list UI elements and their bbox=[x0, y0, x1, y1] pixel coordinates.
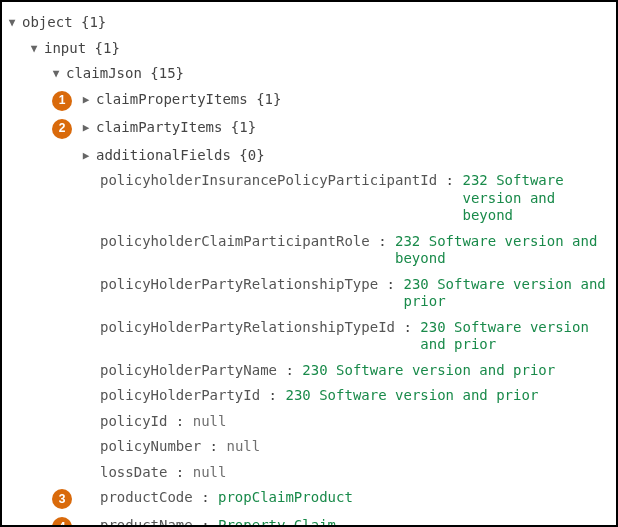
tree-node: policyId : null bbox=[6, 409, 612, 435]
property-value: null bbox=[193, 464, 612, 482]
property-value: 230 Software version and prior bbox=[302, 362, 612, 380]
annotation-badge: 2 bbox=[52, 119, 72, 139]
tree-node: policyHolderPartyRelationshipTypeId : 23… bbox=[6, 315, 612, 358]
tree-node: 4productName : Property Claim bbox=[6, 513, 612, 527]
node-label: claimPartyItems {1} bbox=[96, 119, 256, 137]
property-value: 230 Software version and prior bbox=[420, 319, 612, 354]
property-value: null bbox=[226, 438, 612, 456]
json-tree-viewer: ▼ object {1} ▼ input {1} ▼ claimJson {15… bbox=[0, 0, 618, 527]
property-key: lossDate : bbox=[100, 464, 193, 482]
property-value: Property Claim bbox=[218, 517, 612, 527]
node-label: claimPropertyItems {1} bbox=[96, 91, 281, 109]
annotation-badge: 4 bbox=[52, 517, 72, 527]
caret-down-icon[interactable]: ▼ bbox=[50, 67, 62, 81]
tree-node: policyholderInsurancePolicyParticipantId… bbox=[6, 168, 612, 229]
tree-node: 3productCode : propClaimProduct bbox=[6, 485, 612, 513]
property-value: propClaimProduct bbox=[218, 489, 612, 507]
property-value: 230 Software version and prior bbox=[403, 276, 612, 311]
annotation-badge: 1 bbox=[52, 91, 72, 111]
tree-node-input[interactable]: ▼ input {1} bbox=[6, 36, 612, 62]
property-key: productName : bbox=[100, 517, 218, 527]
tree-node[interactable]: ▶additionalFields {0} bbox=[6, 143, 612, 169]
caret-right-icon[interactable]: ▶ bbox=[80, 149, 92, 163]
caret-down-icon[interactable]: ▼ bbox=[6, 16, 18, 30]
tree-node[interactable]: 2▶claimPartyItems {1} bbox=[6, 115, 612, 143]
tree-node: policyNumber : null bbox=[6, 434, 612, 460]
property-key: policyHolderPartyRelationshipType : bbox=[100, 276, 403, 311]
tree-node: policyHolderPartyRelationshipType : 230 … bbox=[6, 272, 612, 315]
caret-right-icon[interactable]: ▶ bbox=[80, 93, 92, 107]
tree-node: lossDate : null bbox=[6, 460, 612, 486]
property-key: policyNumber : bbox=[100, 438, 226, 456]
annotation-badge: 3 bbox=[52, 489, 72, 509]
property-key: policyHolderPartyRelationshipTypeId : bbox=[100, 319, 420, 354]
property-value: 232 Software version and beyond bbox=[462, 172, 612, 225]
tree-node[interactable]: 1▶claimPropertyItems {1} bbox=[6, 87, 612, 115]
tree-node: policyHolderPartyName : 230 Software ver… bbox=[6, 358, 612, 384]
property-value: null bbox=[193, 413, 612, 431]
tree-node-claimjson[interactable]: ▼ claimJson {15} bbox=[6, 61, 612, 87]
caret-down-icon[interactable]: ▼ bbox=[28, 42, 40, 56]
property-key: productCode : bbox=[100, 489, 218, 507]
node-label: claimJson {15} bbox=[66, 65, 184, 83]
tree-node-root[interactable]: ▼ object {1} bbox=[6, 10, 612, 36]
property-key: policyholderClaimParticipantRole : bbox=[100, 233, 395, 268]
property-key: policyHolderPartyId : bbox=[100, 387, 285, 405]
node-label: input {1} bbox=[44, 40, 120, 58]
property-key: policyholderInsurancePolicyParticipantId… bbox=[100, 172, 462, 225]
tree-node: policyholderClaimParticipantRole : 232 S… bbox=[6, 229, 612, 272]
property-key: policyId : bbox=[100, 413, 193, 431]
node-label: additionalFields {0} bbox=[96, 147, 265, 165]
property-key: policyHolderPartyName : bbox=[100, 362, 302, 380]
caret-right-icon[interactable]: ▶ bbox=[80, 121, 92, 135]
property-value: 232 Software version and beyond bbox=[395, 233, 612, 268]
property-value: 230 Software version and prior bbox=[285, 387, 612, 405]
tree-node: policyHolderPartyId : 230 Software versi… bbox=[6, 383, 612, 409]
node-label: object {1} bbox=[22, 14, 106, 32]
